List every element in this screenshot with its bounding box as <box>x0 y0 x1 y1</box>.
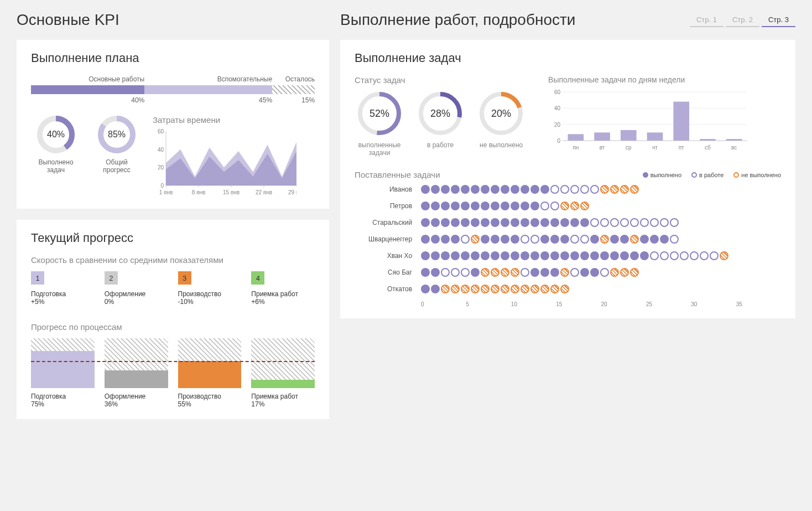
task-dot <box>630 235 639 244</box>
task-dot <box>570 251 579 260</box>
plan-seg-label: Осталось <box>272 75 315 83</box>
task-dot <box>610 235 619 244</box>
task-dot <box>501 185 509 194</box>
plan-segment <box>272 85 315 94</box>
assign-title: Поставленные задачи <box>355 170 440 179</box>
area-chart: 02040601 янв8 янв15 янв22 янв29 янв <box>153 129 296 195</box>
svg-text:0: 0 <box>558 138 561 144</box>
legend-item: в работе <box>691 172 723 178</box>
plan-seg-label: Вспомогательные <box>144 75 272 83</box>
task-dot <box>520 268 529 277</box>
svg-text:вс: вс <box>731 144 737 151</box>
svg-text:ср: ср <box>626 144 632 151</box>
plan-title: Выполнение плана <box>31 51 315 65</box>
task-dot <box>590 218 599 227</box>
speed-title: Скорость в сравнении со средними показат… <box>31 255 315 265</box>
task-dot <box>441 268 450 277</box>
status-title: Статус задач <box>355 75 526 85</box>
task-dot <box>461 251 470 260</box>
svg-rect-35 <box>568 134 584 141</box>
page-tabs: Стр. 1Стр. 2Стр. 3 <box>690 13 795 27</box>
task-dot <box>451 235 460 244</box>
task-dot <box>491 235 499 244</box>
task-dot <box>501 268 509 277</box>
proc-title: Прогресс по процессам <box>31 322 315 332</box>
task-dot <box>481 202 490 210</box>
task-dot <box>461 185 470 194</box>
task-dot <box>461 202 470 210</box>
task-dot <box>511 268 519 277</box>
dot-row <box>421 285 569 293</box>
task-dot <box>530 202 539 210</box>
svg-text:пт: пт <box>679 144 684 151</box>
weekday-bar-chart: 0204060пнвтсрчтптсбвс <box>548 90 747 151</box>
svg-text:сб: сб <box>705 144 711 151</box>
assign-row: Хван Хо <box>355 251 781 260</box>
page-tab-3[interactable]: Стр. 3 <box>762 13 795 27</box>
task-dot <box>451 185 460 194</box>
task-dot <box>451 202 460 210</box>
task-dot <box>620 251 629 260</box>
plan-donut: 40%Выполнено задач <box>31 115 81 174</box>
task-dot <box>530 251 539 260</box>
task-dot <box>471 251 480 260</box>
task-dot <box>471 202 480 210</box>
task-dot <box>530 235 539 244</box>
svg-text:чт: чт <box>652 144 658 151</box>
task-dot <box>520 285 529 293</box>
person-name: Хван Хо <box>355 252 421 260</box>
assign-row: Петров <box>355 202 781 210</box>
task-dot <box>491 185 499 194</box>
task-dot <box>421 185 430 194</box>
plan-donut: 85%Общий прогресс <box>92 115 142 174</box>
task-dot <box>620 268 629 277</box>
svg-text:29 янв: 29 янв <box>288 189 296 195</box>
task-dot <box>640 235 649 244</box>
task-dot <box>670 235 679 244</box>
task-dot <box>441 202 450 210</box>
task-dot <box>491 285 499 293</box>
task-dot <box>511 185 519 194</box>
person-name: Откатов <box>355 285 421 293</box>
status-donut: 52%выполненные задачи <box>355 91 404 157</box>
task-dot <box>670 218 679 227</box>
svg-text:15 янв: 15 янв <box>223 189 240 195</box>
task-dot <box>560 218 569 227</box>
task-dot <box>471 185 480 194</box>
task-dot <box>431 251 440 260</box>
task-dot <box>710 251 719 260</box>
task-dot <box>540 285 549 293</box>
task-dot <box>431 218 440 227</box>
task-dot <box>451 268 460 277</box>
task-dot <box>520 235 529 244</box>
task-dot <box>550 235 559 244</box>
task-dot <box>590 235 599 244</box>
svg-text:60: 60 <box>158 129 164 135</box>
person-name: Старальский <box>355 219 421 226</box>
task-dot <box>570 268 579 277</box>
page-tab-1[interactable]: Стр. 1 <box>690 13 723 27</box>
task-dot <box>511 235 519 244</box>
assign-row: Шварценеггер <box>355 235 781 244</box>
dot-row <box>421 185 639 194</box>
svg-text:60: 60 <box>554 90 561 95</box>
task-dot <box>650 235 659 244</box>
plan-bar-chart <box>31 85 315 94</box>
page-tab-2[interactable]: Стр. 2 <box>726 13 759 27</box>
task-dot <box>590 251 599 260</box>
proc-item: Подготовка75% <box>31 338 95 408</box>
task-dot <box>530 285 539 293</box>
task-dot <box>580 202 589 210</box>
speed-item: 3Производство-10% <box>178 271 242 306</box>
task-dot <box>620 235 629 244</box>
task-dot <box>491 251 499 260</box>
plan-card: Выполнение плана Основные работыВспомога… <box>17 40 329 209</box>
plan-seg-value: 45% <box>144 96 272 104</box>
plan-segment <box>144 85 272 94</box>
task-dot <box>431 185 440 194</box>
task-dot <box>451 285 460 293</box>
task-dot <box>421 235 430 244</box>
svg-text:8 янв: 8 янв <box>192 189 206 195</box>
task-dot <box>540 251 549 260</box>
speed-item: 2Оформление0% <box>105 271 168 306</box>
